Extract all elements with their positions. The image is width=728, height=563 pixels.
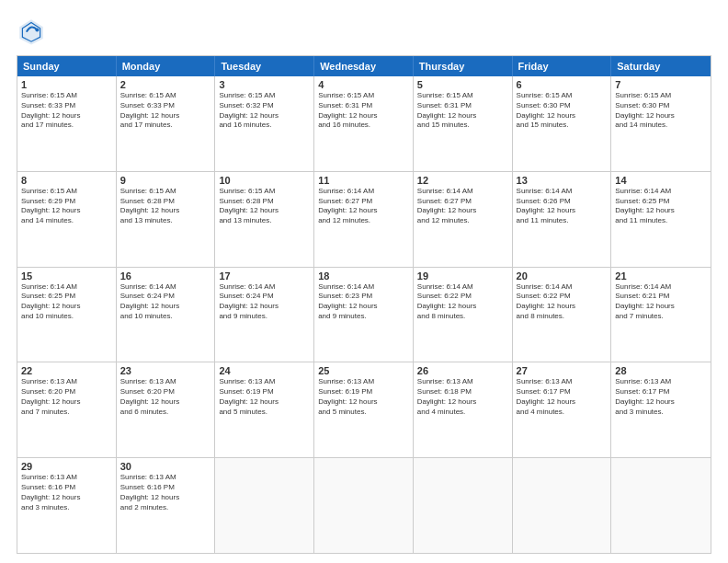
day-info: Sunrise: 6:13 AMSunset: 6:19 PMDaylight:… xyxy=(219,377,310,417)
day-number: 11 xyxy=(318,175,409,186)
day-number: 23 xyxy=(120,365,211,376)
calendar-row: 29Sunrise: 6:13 AMSunset: 6:16 PMDayligh… xyxy=(17,457,711,553)
day-info: Sunrise: 6:14 AMSunset: 6:26 PMDaylight:… xyxy=(517,187,608,226)
calendar-row: 22Sunrise: 6:13 AMSunset: 6:20 PMDayligh… xyxy=(17,362,711,457)
day-info: Sunrise: 6:14 AMSunset: 6:22 PMDaylight:… xyxy=(417,282,508,322)
day-info: Sunrise: 6:15 AMSunset: 6:32 PMDaylight:… xyxy=(219,91,310,131)
day-info: Sunrise: 6:14 AMSunset: 6:21 PMDaylight:… xyxy=(615,282,707,322)
day-info: Sunrise: 6:15 AMSunset: 6:33 PMDaylight:… xyxy=(120,91,211,131)
calendar-row: 1Sunrise: 6:15 AMSunset: 6:33 PMDaylight… xyxy=(17,76,711,171)
day-number: 24 xyxy=(219,365,310,376)
day-info: Sunrise: 6:13 AMSunset: 6:16 PMDaylight:… xyxy=(120,473,211,512)
calendar-cell: 15Sunrise: 6:14 AMSunset: 6:25 PMDayligh… xyxy=(17,268,117,362)
calendar-cell: 18Sunrise: 6:14 AMSunset: 6:23 PMDayligh… xyxy=(314,268,414,362)
logo-icon xyxy=(17,17,46,46)
day-number: 5 xyxy=(417,79,508,90)
day-info: Sunrise: 6:15 AMSunset: 6:31 PMDaylight:… xyxy=(318,91,409,131)
day-info: Sunrise: 6:14 AMSunset: 6:24 PMDaylight:… xyxy=(219,282,310,322)
weekday-header: Thursday xyxy=(414,56,513,76)
weekday-header: Monday xyxy=(117,56,216,76)
day-number: 7 xyxy=(615,79,707,90)
calendar-cell: 23Sunrise: 6:13 AMSunset: 6:20 PMDayligh… xyxy=(117,362,216,457)
day-info: Sunrise: 6:15 AMSunset: 6:30 PMDaylight:… xyxy=(517,91,608,131)
calendar-cell: 7Sunrise: 6:15 AMSunset: 6:30 PMDaylight… xyxy=(611,76,711,171)
day-number: 28 xyxy=(615,365,707,376)
calendar-cell: 4Sunrise: 6:15 AMSunset: 6:31 PMDaylight… xyxy=(314,76,414,171)
day-info: Sunrise: 6:14 AMSunset: 6:27 PMDaylight:… xyxy=(318,187,409,226)
calendar-cell: 30Sunrise: 6:13 AMSunset: 6:16 PMDayligh… xyxy=(117,458,216,553)
calendar-cell: 5Sunrise: 6:15 AMSunset: 6:31 PMDaylight… xyxy=(414,76,513,171)
weekday-header: Sunday xyxy=(17,56,117,76)
day-info: Sunrise: 6:13 AMSunset: 6:17 PMDaylight:… xyxy=(615,377,707,417)
day-number: 15 xyxy=(21,270,112,282)
calendar-cell: 22Sunrise: 6:13 AMSunset: 6:20 PMDayligh… xyxy=(17,362,117,457)
day-number: 20 xyxy=(517,270,608,282)
day-number: 10 xyxy=(219,175,310,186)
day-info: Sunrise: 6:14 AMSunset: 6:25 PMDaylight:… xyxy=(21,282,112,322)
weekday-header: Saturday xyxy=(611,56,711,76)
day-number: 4 xyxy=(318,79,409,90)
calendar-body: 1Sunrise: 6:15 AMSunset: 6:33 PMDaylight… xyxy=(17,76,711,553)
day-number: 25 xyxy=(318,365,409,376)
svg-marker-0 xyxy=(19,19,43,44)
calendar-cell: 9Sunrise: 6:15 AMSunset: 6:28 PMDaylight… xyxy=(117,172,216,267)
day-info: Sunrise: 6:14 AMSunset: 6:24 PMDaylight:… xyxy=(120,282,211,322)
day-number: 18 xyxy=(318,270,409,282)
page: SundayMondayTuesdayWednesdayThursdayFrid… xyxy=(0,0,728,563)
day-info: Sunrise: 6:13 AMSunset: 6:16 PMDaylight:… xyxy=(21,473,112,512)
day-number: 16 xyxy=(120,270,211,282)
day-number: 29 xyxy=(21,461,112,472)
calendar-cell: 17Sunrise: 6:14 AMSunset: 6:24 PMDayligh… xyxy=(215,268,314,362)
day-info: Sunrise: 6:13 AMSunset: 6:19 PMDaylight:… xyxy=(318,377,409,417)
calendar-cell: 16Sunrise: 6:14 AMSunset: 6:24 PMDayligh… xyxy=(117,268,216,362)
day-number: 30 xyxy=(120,461,211,472)
calendar-cell: 25Sunrise: 6:13 AMSunset: 6:19 PMDayligh… xyxy=(314,362,414,457)
calendar-cell: 8Sunrise: 6:15 AMSunset: 6:29 PMDaylight… xyxy=(17,172,117,267)
day-info: Sunrise: 6:15 AMSunset: 6:28 PMDaylight:… xyxy=(219,187,310,226)
svg-point-2 xyxy=(35,28,39,31)
day-info: Sunrise: 6:13 AMSunset: 6:17 PMDaylight:… xyxy=(517,377,608,417)
calendar-cell: 1Sunrise: 6:15 AMSunset: 6:33 PMDaylight… xyxy=(17,76,117,171)
calendar-cell: 12Sunrise: 6:14 AMSunset: 6:27 PMDayligh… xyxy=(414,172,513,267)
day-number: 22 xyxy=(21,365,112,376)
day-info: Sunrise: 6:15 AMSunset: 6:29 PMDaylight:… xyxy=(21,187,112,226)
calendar-cell: 13Sunrise: 6:14 AMSunset: 6:26 PMDayligh… xyxy=(513,172,612,267)
calendar-cell: 19Sunrise: 6:14 AMSunset: 6:22 PMDayligh… xyxy=(414,268,513,362)
day-number: 13 xyxy=(517,175,608,186)
calendar-row: 15Sunrise: 6:14 AMSunset: 6:25 PMDayligh… xyxy=(17,267,711,362)
calendar-cell: 3Sunrise: 6:15 AMSunset: 6:32 PMDaylight… xyxy=(215,76,314,171)
day-number: 8 xyxy=(21,175,112,186)
calendar-cell xyxy=(215,458,314,553)
calendar-row: 8Sunrise: 6:15 AMSunset: 6:29 PMDaylight… xyxy=(17,171,711,267)
calendar-cell: 11Sunrise: 6:14 AMSunset: 6:27 PMDayligh… xyxy=(314,172,414,267)
logo xyxy=(17,17,50,46)
calendar-cell: 14Sunrise: 6:14 AMSunset: 6:25 PMDayligh… xyxy=(611,172,711,267)
day-info: Sunrise: 6:14 AMSunset: 6:27 PMDaylight:… xyxy=(417,187,508,226)
day-info: Sunrise: 6:15 AMSunset: 6:30 PMDaylight:… xyxy=(615,91,707,131)
day-number: 14 xyxy=(615,175,707,186)
calendar-header: SundayMondayTuesdayWednesdayThursdayFrid… xyxy=(17,56,711,76)
calendar-cell: 6Sunrise: 6:15 AMSunset: 6:30 PMDaylight… xyxy=(513,76,612,171)
day-number: 1 xyxy=(21,79,112,90)
day-info: Sunrise: 6:14 AMSunset: 6:23 PMDaylight:… xyxy=(318,282,409,322)
day-info: Sunrise: 6:13 AMSunset: 6:18 PMDaylight:… xyxy=(417,377,508,417)
calendar: SundayMondayTuesdayWednesdayThursdayFrid… xyxy=(17,55,711,554)
day-info: Sunrise: 6:15 AMSunset: 6:33 PMDaylight:… xyxy=(21,91,112,131)
calendar-cell: 2Sunrise: 6:15 AMSunset: 6:33 PMDaylight… xyxy=(117,76,216,171)
day-number: 9 xyxy=(120,175,211,186)
calendar-cell: 27Sunrise: 6:13 AMSunset: 6:17 PMDayligh… xyxy=(513,362,612,457)
calendar-cell xyxy=(314,458,414,553)
calendar-cell xyxy=(513,458,612,553)
calendar-cell xyxy=(414,458,513,553)
day-info: Sunrise: 6:15 AMSunset: 6:31 PMDaylight:… xyxy=(417,91,508,131)
day-number: 3 xyxy=(219,79,310,90)
calendar-cell: 26Sunrise: 6:13 AMSunset: 6:18 PMDayligh… xyxy=(414,362,513,457)
day-number: 21 xyxy=(615,270,707,282)
day-number: 19 xyxy=(417,270,508,282)
day-info: Sunrise: 6:13 AMSunset: 6:20 PMDaylight:… xyxy=(21,377,112,417)
weekday-header: Friday xyxy=(513,56,612,76)
header xyxy=(17,17,711,46)
day-number: 17 xyxy=(219,270,310,282)
calendar-cell: 21Sunrise: 6:14 AMSunset: 6:21 PMDayligh… xyxy=(611,268,711,362)
calendar-cell: 20Sunrise: 6:14 AMSunset: 6:22 PMDayligh… xyxy=(513,268,612,362)
